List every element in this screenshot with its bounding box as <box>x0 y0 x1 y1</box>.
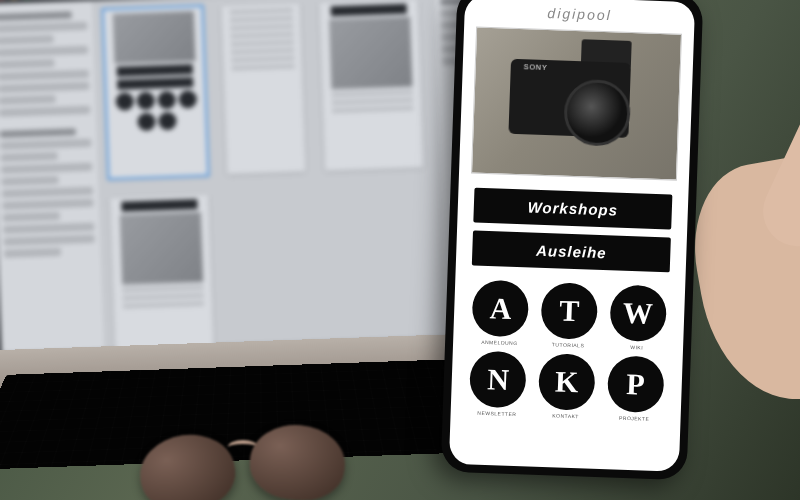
nav-caption: WIKI <box>630 344 643 350</box>
letter-k-icon: K <box>538 353 596 411</box>
layers-panel[interactable] <box>0 1 105 354</box>
nav-item-k[interactable]: K KONTAKT <box>533 353 600 420</box>
ausleihe-button[interactable]: Ausleihe <box>472 231 671 273</box>
nav-grid: A ANMELDUNG T TUTORIALS W WIKI N NEWSLET… <box>450 275 685 435</box>
workshops-button[interactable]: Workshops <box>473 188 672 230</box>
smartphone: digipool SONY Workshops Ausleihe A ANMEL… <box>441 0 704 480</box>
camera-brand-label: SONY <box>524 63 548 71</box>
window-titlebar <box>0 0 537 4</box>
letter-t-icon: T <box>540 282 598 340</box>
artboard-menu[interactable] <box>222 3 306 174</box>
photograph-scene: digipool SONY Workshops Ausleihe A ANMEL… <box>0 0 800 500</box>
nav-caption: PROJEKTE <box>619 415 650 422</box>
nav-caption: KONTAKT <box>552 412 579 419</box>
artboard-detail-2[interactable] <box>110 195 214 361</box>
letter-p-icon: P <box>606 355 664 413</box>
design-canvas[interactable] <box>93 0 445 350</box>
nav-item-n[interactable]: N NEWSLETTER <box>465 350 532 417</box>
nav-item-p[interactable]: P PROJEKTE <box>602 355 669 422</box>
letter-w-icon: W <box>609 284 667 342</box>
hero-image-camera: SONY <box>471 27 682 181</box>
nav-item-w[interactable]: W WIKI <box>604 284 671 351</box>
nav-caption: ANMELDUNG <box>481 339 518 346</box>
nav-item-t[interactable]: T TUTORIALS <box>536 282 603 349</box>
nav-item-a[interactable]: A ANMELDUNG <box>467 279 534 346</box>
letter-a-icon: A <box>472 280 530 338</box>
artboard-detail-1[interactable] <box>319 0 423 171</box>
nav-caption: NEWSLETTER <box>477 410 516 417</box>
letter-n-icon: N <box>469 351 527 409</box>
phone-screen: digipool SONY Workshops Ausleihe A ANMEL… <box>449 0 695 472</box>
nav-caption: TUTORIALS <box>552 341 585 348</box>
sunglasses <box>140 420 370 500</box>
artboard-home[interactable] <box>104 7 208 178</box>
